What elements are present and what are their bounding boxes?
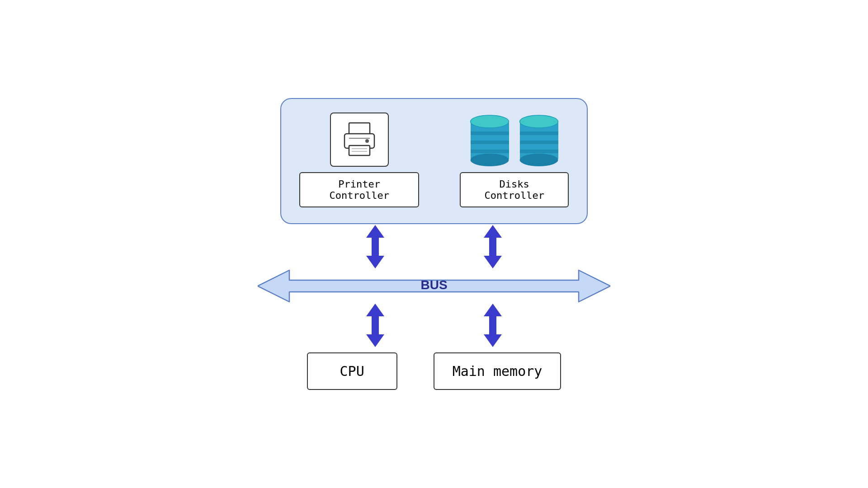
svg-rect-25 — [489, 237, 496, 257]
arrow-up-down-4 — [479, 303, 506, 348]
svg-rect-8 — [471, 131, 509, 135]
disk1-svg — [468, 113, 511, 167]
arrow-up-down-2 — [479, 224, 506, 269]
svg-rect-17 — [520, 150, 558, 153]
svg-rect-33 — [489, 315, 496, 335]
svg-rect-22 — [372, 237, 379, 257]
bus-container: BUS — [258, 266, 610, 306]
svg-text:BUS: BUS — [420, 278, 447, 292]
bottom-arrows-row — [362, 303, 506, 348]
svg-marker-32 — [484, 304, 502, 316]
svg-rect-30 — [372, 315, 379, 335]
arrow-up-down-1 — [362, 224, 389, 269]
printer-svg — [339, 119, 380, 160]
disks-device: Disks Controller — [460, 113, 569, 207]
svg-marker-24 — [484, 225, 502, 238]
svg-point-13 — [470, 154, 509, 166]
svg-marker-34 — [484, 334, 502, 347]
svg-marker-21 — [366, 225, 384, 238]
printer-icon — [330, 113, 389, 167]
svg-point-6 — [365, 139, 369, 143]
cpu-box: CPU — [307, 352, 397, 390]
diagram-container: Printer Controller — [276, 98, 592, 390]
printer-controller-label: Printer Controller — [299, 172, 419, 207]
printer-device: Printer Controller — [299, 113, 419, 207]
svg-rect-16 — [520, 141, 558, 144]
svg-rect-10 — [471, 150, 509, 153]
arrow-up-down-3 — [362, 303, 389, 348]
svg-marker-29 — [366, 304, 384, 316]
disk2-svg — [518, 113, 561, 167]
disks-controller-label: Disks Controller — [460, 172, 569, 207]
disks-icon — [468, 113, 561, 167]
top-arrows-row — [362, 224, 506, 269]
bottom-boxes-row: CPU Main memory — [307, 352, 561, 390]
svg-marker-31 — [366, 334, 384, 347]
bus-svg: BUS — [258, 266, 610, 306]
io-devices-row: Printer Controller — [299, 113, 569, 207]
io-controllers-box: Printer Controller — [280, 98, 588, 224]
svg-point-20 — [519, 154, 558, 166]
svg-rect-3 — [349, 145, 370, 155]
svg-rect-15 — [520, 131, 558, 135]
main-memory-box: Main memory — [434, 352, 561, 390]
svg-rect-9 — [471, 141, 509, 144]
